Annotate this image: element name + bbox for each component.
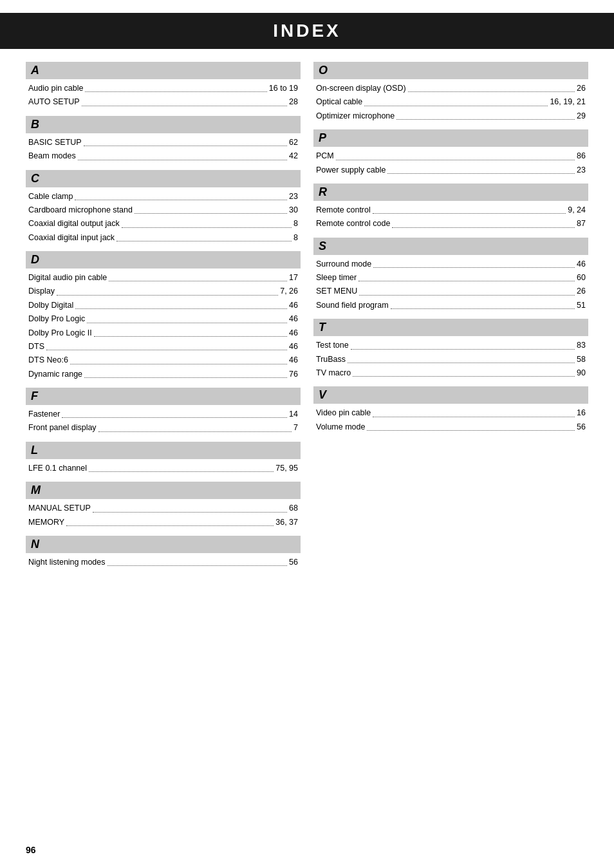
list-item: Sound field program51 [313, 299, 588, 312]
list-item: Dolby Digital46 [26, 299, 301, 312]
entry-label: Surround mode [316, 258, 371, 270]
entry-label: Cable clamp [28, 191, 73, 203]
entry-label: Dynamic range [28, 368, 82, 381]
entry-dots [70, 364, 287, 364]
list-item: Surround mode46 [313, 258, 588, 271]
entry-page: 14 [289, 408, 298, 420]
list-item: DTS Neo:646 [26, 354, 301, 367]
list-item: Night listening modes56 [26, 556, 301, 569]
entry-page: 16, 19, 21 [550, 96, 586, 108]
entry-dots [82, 106, 287, 106]
entry-dots [66, 525, 274, 526]
entry-dots [107, 565, 288, 566]
entry-page: 62 [289, 137, 298, 149]
entry-label: Cardboard microphone stand [28, 204, 133, 216]
entry-dots [98, 431, 292, 432]
entry-dots [336, 160, 575, 160]
entry-dots [392, 227, 575, 228]
list-item: On-screen display (OSD)26 [313, 82, 588, 95]
entry-page: 68 [289, 502, 298, 514]
entry-dots [373, 213, 566, 214]
entry-dots [85, 91, 266, 92]
entry-label: Optimizer microphone [316, 110, 395, 122]
list-item: Remote control code87 [313, 217, 588, 231]
list-item: TruBass58 [313, 353, 588, 366]
entry-page: 83 [577, 339, 586, 352]
entry-page: 9, 24 [568, 204, 586, 216]
section-header-t: T [313, 319, 588, 336]
entry-label: TV macro [316, 367, 351, 379]
entry-dots [364, 106, 548, 106]
entry-page: 90 [577, 367, 586, 379]
list-item: Digital audio pin cable17 [26, 271, 301, 285]
entry-label: Fastener [28, 408, 60, 420]
list-item: DTS46 [26, 340, 301, 354]
section-s: SSurround mode46Sleep timer60SET MENU26S… [313, 238, 588, 313]
entry-label: Audio pin cable [28, 82, 83, 95]
entry-page: 51 [577, 299, 586, 312]
list-item: Power supply cable23 [313, 164, 588, 177]
list-item: Sleep timer60 [313, 271, 588, 285]
section-header-n: N [26, 536, 301, 553]
entry-label: Remote control code [316, 218, 390, 230]
entry-label: Digital audio pin cable [28, 272, 107, 284]
list-item: PCM86 [313, 149, 588, 163]
entry-label: Display [28, 285, 55, 297]
entry-page: 29 [577, 110, 586, 122]
list-item: Coaxial digital output jack8 [26, 217, 301, 231]
entry-label: SET MENU [316, 285, 357, 297]
entry-label: Test tone [316, 339, 349, 352]
entry-label: DTS [28, 341, 44, 353]
list-item: Remote control9, 24 [313, 203, 588, 217]
list-item: SET MENU26 [313, 285, 588, 298]
entry-page: 23 [289, 191, 298, 203]
entry-dots [351, 349, 575, 350]
entry-label: BASIC SETUP [28, 137, 82, 149]
entry-label: PCM [316, 150, 334, 162]
section-m: MMANUAL SETUP68MEMORY36, 37 [26, 482, 301, 529]
entry-dots [116, 241, 292, 241]
entry-dots [359, 295, 575, 296]
section-header-a: A [26, 62, 301, 79]
section-header-l: L [26, 442, 301, 459]
list-item: BASIC SETUP62 [26, 136, 301, 149]
entry-dots [84, 146, 287, 146]
list-item: Cable clamp23 [26, 190, 301, 203]
entry-label: DTS Neo:6 [28, 354, 68, 366]
right-column: OOn-screen display (OSD)26Optical cable1… [313, 62, 588, 576]
entry-label: Optical cable [316, 96, 362, 108]
list-item: Video pin cable16 [313, 406, 588, 420]
entry-label: Video pin cable [316, 407, 371, 419]
section-v: VVideo pin cable16Volume mode56 [313, 386, 588, 434]
entry-dots [367, 430, 575, 431]
section-l: LLFE 0.1 channel75, 95 [26, 442, 301, 475]
entry-label: Dolby Pro Logic II [28, 327, 92, 339]
list-item: Dolby Pro Logic II46 [26, 326, 301, 340]
entry-dots [396, 119, 575, 120]
index-columns: AAudio pin cable16 to 19AUTO SETUP28BBAS… [26, 62, 588, 576]
entry-page: 46 [289, 354, 298, 366]
entry-page: 56 [289, 556, 298, 569]
list-item: Dynamic range76 [26, 368, 301, 381]
entry-label: Front panel display [28, 422, 97, 434]
entry-page: 58 [577, 354, 586, 366]
entry-page: 8 [293, 218, 298, 230]
entry-page: 46 [289, 299, 298, 312]
list-item: AUTO SETUP28 [26, 95, 301, 109]
entry-page: 23 [577, 164, 586, 176]
left-column: AAudio pin cable16 to 19AUTO SETUP28BBAS… [26, 62, 301, 576]
entry-dots [109, 281, 287, 281]
entry-dots [122, 227, 292, 228]
section-f: FFastener14Front panel display7 [26, 388, 301, 435]
entry-label: MANUAL SETUP [28, 502, 91, 514]
entry-label: Night listening modes [28, 556, 106, 569]
section-header-f: F [26, 388, 301, 405]
entry-dots [94, 336, 287, 337]
entry-page: 28 [289, 96, 298, 108]
entry-page: 46 [577, 258, 586, 270]
entry-dots [62, 417, 287, 418]
section-n: NNight listening modes56 [26, 536, 301, 569]
entry-label: On-screen display (OSD) [316, 82, 406, 95]
entry-page: 87 [577, 218, 586, 230]
entry-dots [75, 308, 287, 309]
